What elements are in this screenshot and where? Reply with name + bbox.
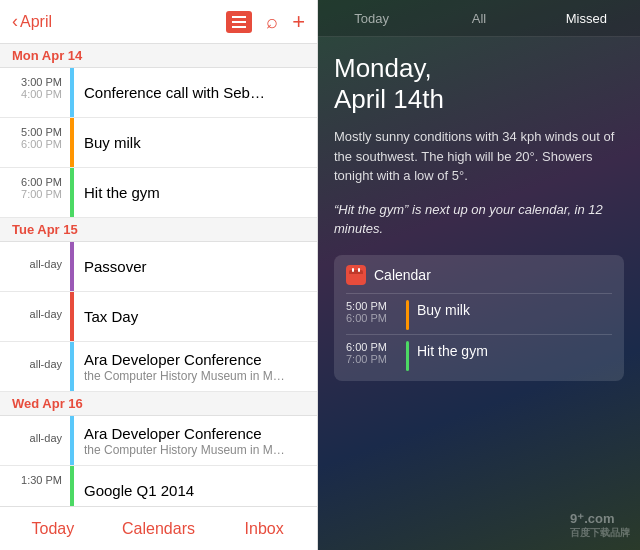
event-content: Ara Developer Conference the Computer Hi… <box>74 416 317 465</box>
notification-date: Monday, April 14th <box>334 53 624 115</box>
event-time: all-day <box>0 242 70 291</box>
widget-event-bar <box>406 300 409 330</box>
event-time: 3:00 PM 4:00 PM <box>0 68 70 117</box>
calendar-widget-icon <box>346 265 366 285</box>
svg-rect-1 <box>232 21 246 23</box>
table-row[interactable]: all-day Ara Developer Conference the Com… <box>0 342 317 392</box>
notification-body: Monday, April 14th Mostly sunny conditio… <box>318 37 640 550</box>
table-row[interactable]: 3:00 PM 4:00 PM Conference call with Seb… <box>0 68 317 118</box>
header-icons: ⌕ + <box>226 9 305 35</box>
event-content: Passover <box>74 242 317 291</box>
tab-all[interactable]: All <box>425 0 532 37</box>
back-chevron-icon: ‹ <box>12 11 18 32</box>
calendar-body: Mon Apr 14 3:00 PM 4:00 PM Conference ca… <box>0 44 317 506</box>
tab-today[interactable]: Today <box>318 0 425 37</box>
event-content: Conference call with Seb… <box>74 68 317 117</box>
watermark: 9⁺.com 百度下载品牌 <box>570 511 630 540</box>
event-time: all-day <box>0 416 70 465</box>
event-content: Tax Day <box>74 292 317 341</box>
add-event-button[interactable]: + <box>292 9 305 35</box>
notifications-panel: Today All Missed Monday, April 14th Most… <box>318 0 640 550</box>
table-row[interactable]: 1:30 PM Google Q1 2014 <box>0 466 317 506</box>
list-view-button[interactable] <box>226 11 252 33</box>
event-content: Ara Developer Conference the Computer Hi… <box>74 342 317 391</box>
event-content: Hit the gym <box>74 168 317 217</box>
svg-rect-7 <box>358 268 360 272</box>
calendars-button[interactable]: Calendars <box>106 520 212 538</box>
table-row[interactable]: all-day Passover <box>0 242 317 292</box>
weather-description: Mostly sunny conditions with 34 kph wind… <box>334 127 624 186</box>
widget-time: 6:00 PM 7:00 PM <box>346 341 406 371</box>
table-row[interactable]: 6:00 PM 7:00 PM Hit the gym <box>0 168 317 218</box>
table-row[interactable]: all-day Tax Day <box>0 292 317 342</box>
event-content: Buy milk <box>74 118 317 167</box>
inbox-button[interactable]: Inbox <box>211 520 317 538</box>
calendar-header: ‹ April ⌕ + <box>0 0 317 44</box>
widget-header: Calendar <box>346 265 612 285</box>
today-button[interactable]: Today <box>0 520 106 538</box>
event-time: 5:00 PM 6:00 PM <box>0 118 70 167</box>
day-header-wed: Wed Apr 16 <box>0 392 317 416</box>
widget-event-bar <box>406 341 409 371</box>
notification-tabs: Today All Missed <box>318 0 640 37</box>
day-header-mon: Mon Apr 14 <box>0 44 317 68</box>
event-time: 1:30 PM <box>0 466 70 506</box>
event-time: all-day <box>0 342 70 391</box>
tab-missed[interactable]: Missed <box>533 0 640 37</box>
svg-rect-0 <box>232 16 246 18</box>
calendar-panel: ‹ April ⌕ + Mon Apr 14 3:00 PM 4:00 PM <box>0 0 318 550</box>
widget-event-row: 6:00 PM 7:00 PM Hit the gym <box>346 334 612 371</box>
calendar-footer: Today Calendars Inbox <box>0 506 317 550</box>
table-row[interactable]: 5:00 PM 6:00 PM Buy milk <box>0 118 317 168</box>
widget-time: 5:00 PM 6:00 PM <box>346 300 406 330</box>
event-time: all-day <box>0 292 70 341</box>
calendar-widget: Calendar 5:00 PM 6:00 PM Buy milk 6:00 P… <box>334 255 624 381</box>
table-row[interactable]: all-day Ara Developer Conference the Com… <box>0 416 317 466</box>
svg-rect-2 <box>232 26 246 28</box>
search-button[interactable]: ⌕ <box>266 10 278 33</box>
svg-rect-5 <box>349 272 363 274</box>
next-event-description: “Hit the gym” is next up on your calenda… <box>334 200 624 239</box>
day-header-tue: Tue Apr 15 <box>0 218 317 242</box>
event-content: Google Q1 2014 <box>74 466 317 506</box>
widget-event-row: 5:00 PM 6:00 PM Buy milk <box>346 293 612 330</box>
back-button[interactable]: ‹ April <box>12 11 52 32</box>
event-time: 6:00 PM 7:00 PM <box>0 168 70 217</box>
back-label: April <box>20 13 52 31</box>
svg-rect-6 <box>352 268 354 272</box>
